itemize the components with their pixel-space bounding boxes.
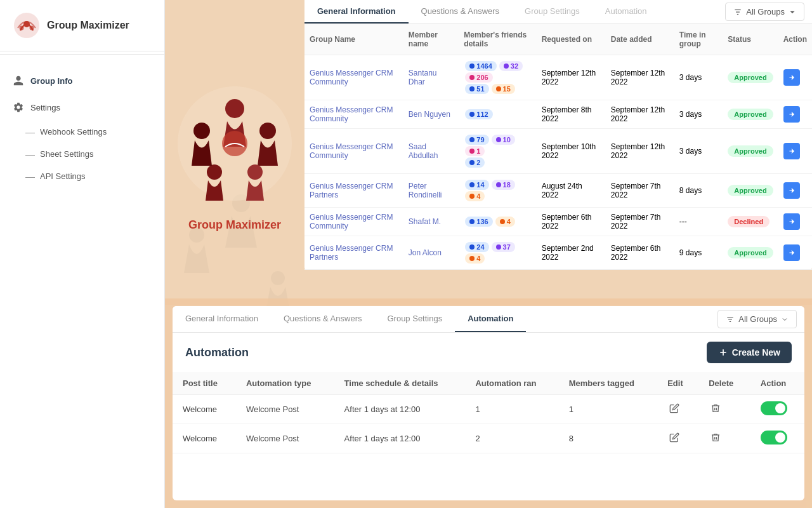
cell-requested-on: September 10th 2022 <box>537 129 606 174</box>
status-badge: Approved <box>728 109 773 120</box>
automation-table: Post title Automation type Time schedule… <box>173 372 804 453</box>
aut-cell-type: Welcome Post <box>236 424 334 453</box>
bottom-tab-automation[interactable]: Automation <box>455 306 526 332</box>
svg-point-43 <box>469 256 475 261</box>
badge: 4 <box>495 217 515 227</box>
bottom-tab-qa[interactable]: Questions & Answers <box>271 306 375 332</box>
badge: 4 <box>465 191 485 201</box>
col-status: Status <box>723 24 778 55</box>
svg-point-14 <box>247 164 263 180</box>
cell-badges: 24 37 4 <box>459 236 536 270</box>
badge: 32 <box>499 61 523 71</box>
cell-group-name: Genius Messenger CRM Partners <box>304 174 403 208</box>
badge: 206 <box>465 72 492 83</box>
action-button[interactable] <box>783 244 800 261</box>
badge: 15 <box>492 84 515 94</box>
top-tabs-bar: General Information Questions & Answers … <box>304 0 812 24</box>
svg-point-13 <box>259 123 276 139</box>
cell-badges: 136 4 <box>459 208 536 236</box>
svg-point-42 <box>496 244 501 250</box>
group-name-link[interactable]: Genius Messenger CRM Community <box>310 142 398 160</box>
col-member-name: Member name <box>403 24 459 55</box>
filter-icon-bottom <box>726 315 735 324</box>
svg-point-1 <box>23 21 30 27</box>
cell-requested-on: September 8th 2022 <box>537 100 606 129</box>
member-link[interactable]: Saad Abdullah <box>409 142 438 160</box>
edit-button[interactable] <box>667 401 681 417</box>
nav-sheet-label: Sheet Settings <box>40 149 94 159</box>
automation-header: Automation Create New <box>173 333 804 372</box>
cell-action <box>778 174 812 208</box>
action-button[interactable] <box>783 106 800 123</box>
top-tab-automation[interactable]: Automation <box>593 0 660 23</box>
cell-member-name: Peter Rondinelli <box>403 174 459 208</box>
col-date-added: Date added <box>606 24 674 55</box>
svg-point-12 <box>225 99 244 118</box>
aut-cell-edit <box>657 424 698 453</box>
badge: 79 <box>465 135 488 145</box>
cell-time-in-group: --- <box>674 208 723 236</box>
delete-button[interactable] <box>709 431 723 446</box>
cell-status: Approved <box>723 129 778 174</box>
cell-time-in-group: 3 days <box>674 129 723 174</box>
svg-point-16 <box>193 123 210 139</box>
member-link[interactable]: Ben Nguyen <box>409 110 450 119</box>
group-name-link[interactable]: Genius Messenger CRM Community <box>310 213 398 231</box>
aut-cell-delete <box>698 424 750 453</box>
aut-col-schedule: Time schedule & details <box>334 372 466 395</box>
aut-cell-delete <box>698 395 750 424</box>
group-name-link[interactable]: Genius Messenger CRM Community <box>310 105 398 123</box>
toggle-switch[interactable] <box>761 431 787 444</box>
group-name-link[interactable]: Genius Messenger CRM Community <box>310 69 398 86</box>
action-button[interactable] <box>783 143 800 159</box>
action-button[interactable] <box>783 182 800 199</box>
sub-dash-2: — <box>25 149 35 159</box>
member-link[interactable]: Peter Rondinelli <box>409 182 442 199</box>
sidebar-item-group-info[interactable]: Group Info <box>0 67 164 94</box>
aut-col-edit: Edit <box>657 372 698 395</box>
edit-button[interactable] <box>667 431 681 446</box>
bottom-tab-group-settings[interactable]: Group Settings <box>374 306 455 332</box>
plus-icon <box>718 347 728 358</box>
svg-point-36 <box>469 194 475 199</box>
group-name-link[interactable]: Genius Messenger CRM Partners <box>310 244 398 262</box>
sidebar-item-webhook[interactable]: — Webhook Settings <box>0 121 164 143</box>
col-requested-on: Requested on <box>537 24 606 55</box>
badge: 37 <box>492 242 515 252</box>
member-link[interactable]: Jon Alcon <box>409 248 442 257</box>
cell-date-added: September 12th 2022 <box>606 129 674 174</box>
cell-status: Approved <box>723 55 778 100</box>
cell-time-in-group: 9 days <box>674 236 723 270</box>
automation-row: WelcomeWelcome PostAfter 1 days at 12:00… <box>173 395 804 424</box>
bottom-all-groups-dropdown[interactable]: All Groups <box>717 310 797 328</box>
sidebar-item-settings[interactable]: Settings <box>0 94 164 121</box>
top-tab-group-settings[interactable]: Group Settings <box>512 0 593 23</box>
top-tab-qa[interactable]: Questions & Answers <box>409 0 513 23</box>
sidebar-item-api[interactable]: — API Settings <box>0 165 164 187</box>
toggle-switch[interactable] <box>761 401 787 415</box>
cell-member-name: Shafat M. <box>403 208 459 236</box>
top-all-groups-label: All Groups <box>746 7 785 17</box>
create-new-button[interactable]: Create New <box>707 342 792 363</box>
top-tab-general-info[interactable]: General Information <box>304 0 409 23</box>
member-link[interactable]: Shafat M. <box>409 217 441 226</box>
sidebar-nav: Group Info Settings — Webhook Settings —… <box>0 57 164 197</box>
delete-button[interactable] <box>709 401 723 417</box>
action-button[interactable] <box>783 69 800 86</box>
status-badge: Declined <box>728 216 769 227</box>
sidebar-item-sheet[interactable]: — Sheet Settings <box>0 143 164 165</box>
table-row: Genius Messenger CRM CommunitySantanu Dh… <box>304 55 812 100</box>
chevron-down-icon-bottom <box>781 316 789 323</box>
member-link[interactable]: Santanu Dhar <box>409 69 437 86</box>
top-all-groups-dropdown[interactable]: All Groups <box>725 3 804 21</box>
nav-api-label: API Settings <box>40 171 86 181</box>
logo-icon <box>13 11 41 39</box>
person-icon <box>13 75 24 86</box>
action-button[interactable] <box>783 213 800 230</box>
cell-time-in-group: 3 days <box>674 100 723 129</box>
cell-requested-on: September 12th 2022 <box>537 55 606 100</box>
badge: 10 <box>492 135 515 145</box>
cell-badges: 1464 32 206 51 15 <box>459 55 536 100</box>
bottom-tab-general-info[interactable]: General Information <box>173 306 271 332</box>
group-name-link[interactable]: Genius Messenger CRM Partners <box>310 182 398 199</box>
